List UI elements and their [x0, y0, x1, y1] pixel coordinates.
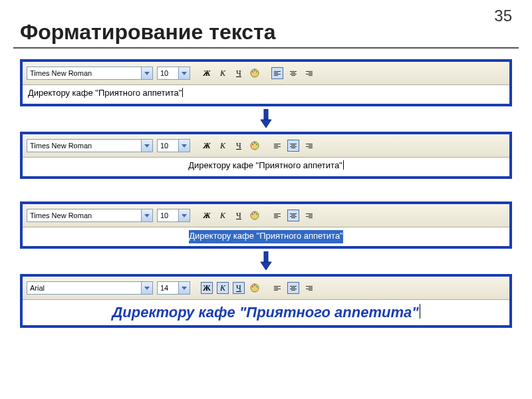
svg-point-6	[252, 144, 253, 145]
size-value: 10	[158, 142, 178, 150]
svg-point-16	[254, 285, 255, 286]
align-left-button[interactable]	[271, 282, 283, 294]
bold-button[interactable]: Ж	[201, 67, 213, 79]
align-center-button[interactable]	[287, 140, 299, 152]
format-buttons: Ж К Ч	[201, 140, 261, 152]
align-left-icon	[274, 286, 281, 291]
font-value: Times New Roman	[27, 69, 141, 77]
font-dropdown[interactable]: Times New Roman	[27, 66, 153, 80]
svg-point-1	[252, 71, 253, 72]
chevron-down-icon	[141, 282, 152, 294]
chevron-down-icon	[141, 67, 152, 79]
font-value: Times New Roman	[27, 211, 141, 219]
italic-button[interactable]: К	[217, 140, 229, 152]
font-color-button[interactable]	[249, 209, 261, 221]
bold-button[interactable]: Ж	[201, 209, 213, 221]
panel-2: Times New Roman 10 Ж К Ч Дире	[20, 132, 512, 179]
format-buttons: Ж К Ч	[201, 209, 261, 221]
text-area-1[interactable]: Директору кафе "Приятного аппетита"	[23, 85, 509, 104]
size-value: 10	[158, 211, 178, 219]
font-dropdown[interactable]: Times New Roman	[27, 139, 153, 152]
size-dropdown[interactable]: 10	[157, 139, 190, 152]
align-center-icon	[290, 286, 297, 291]
size-value: 10	[158, 69, 178, 77]
align-center-button[interactable]	[287, 282, 299, 294]
text-area-3[interactable]: Директору кафе "Приятного аппетита"	[23, 227, 509, 246]
svg-point-11	[254, 212, 255, 213]
align-right-icon	[306, 213, 313, 218]
chevron-down-icon	[178, 282, 190, 294]
size-dropdown[interactable]: 14	[157, 281, 190, 295]
font-dropdown[interactable]: Times New Roman	[27, 209, 153, 222]
font-dropdown[interactable]: Arial	[27, 281, 153, 295]
size-dropdown[interactable]: 10	[157, 66, 190, 80]
panel-1: Times New Roman 10 Ж К Ч Дире	[20, 59, 512, 106]
text-cursor	[343, 160, 344, 170]
italic-button[interactable]: К	[217, 67, 229, 79]
align-right-icon	[306, 144, 313, 148]
panels-container: Times New Roman 10 Ж К Ч Дире	[20, 59, 512, 332]
align-right-icon	[306, 71, 313, 76]
underline-button[interactable]: Ч	[233, 140, 245, 152]
svg-point-2	[254, 70, 255, 71]
svg-point-17	[256, 286, 257, 287]
font-color-button[interactable]	[249, 67, 261, 79]
bold-button[interactable]: Ж	[201, 282, 213, 294]
toolbar-1: Times New Roman 10 Ж К Ч	[23, 62, 509, 85]
underline-button[interactable]: Ч	[233, 209, 245, 221]
text-content: Директору кафе "Приятного аппетита"	[28, 88, 182, 101]
chevron-down-icon	[141, 209, 152, 221]
align-center-icon	[290, 213, 297, 218]
size-value: 14	[158, 284, 178, 292]
align-center-icon	[290, 144, 297, 148]
size-dropdown[interactable]: 10	[157, 209, 190, 222]
title-rule	[13, 47, 519, 49]
chevron-down-icon	[178, 67, 190, 79]
arrow-down-icon	[20, 109, 512, 128]
toolbar-3: Times New Roman 10 Ж К Ч	[23, 204, 509, 227]
svg-point-12	[256, 213, 257, 215]
page-number: 35	[494, 7, 512, 25]
text-content-selected: Директору кафе "Приятного аппетита"	[189, 230, 342, 243]
palette-icon	[249, 68, 260, 78]
text-area-4[interactable]: Директору кафе "Приятного аппетита"	[23, 300, 509, 325]
italic-button[interactable]: К	[217, 282, 229, 294]
page-title: Форматирование текста	[20, 20, 532, 45]
align-right-button[interactable]	[303, 282, 315, 294]
svg-point-8	[256, 144, 257, 145]
align-right-button[interactable]	[303, 140, 315, 152]
format-buttons: Ж К Ч	[201, 282, 261, 294]
toolbar-4: Arial 14 Ж К Ч	[23, 277, 509, 300]
align-left-button[interactable]	[271, 209, 283, 221]
align-left-icon	[274, 71, 281, 76]
underline-button[interactable]: Ч	[233, 67, 245, 79]
chevron-down-icon	[178, 209, 190, 221]
align-center-button[interactable]	[287, 209, 299, 221]
italic-button[interactable]: К	[217, 209, 229, 221]
svg-point-3	[256, 71, 257, 72]
align-left-icon	[274, 213, 281, 218]
font-color-button[interactable]	[249, 140, 261, 152]
gap	[20, 183, 512, 201]
align-right-icon	[306, 286, 313, 291]
chevron-down-icon	[141, 140, 152, 152]
align-buttons	[271, 140, 315, 152]
palette-icon	[249, 210, 260, 221]
text-area-2[interactable]: Директору кафе "Приятного аппетита"	[23, 158, 509, 176]
align-left-button[interactable]	[271, 140, 283, 152]
svg-point-15	[252, 286, 253, 287]
palette-icon	[249, 283, 260, 293]
svg-rect-13	[264, 251, 268, 263]
align-right-button[interactable]	[303, 67, 315, 79]
align-buttons	[271, 67, 315, 79]
text-cursor	[420, 304, 420, 319]
bold-button[interactable]: Ж	[201, 140, 213, 152]
align-right-button[interactable]	[303, 209, 315, 221]
panel-4: Arial 14 Ж К Ч Директору кафе	[20, 274, 512, 328]
align-left-button[interactable]	[271, 67, 283, 79]
underline-button[interactable]: Ч	[233, 282, 245, 294]
font-color-button[interactable]	[249, 282, 261, 294]
toolbar-2: Times New Roman 10 Ж К Ч	[23, 134, 509, 158]
align-center-button[interactable]	[287, 67, 299, 79]
svg-point-7	[254, 142, 255, 144]
